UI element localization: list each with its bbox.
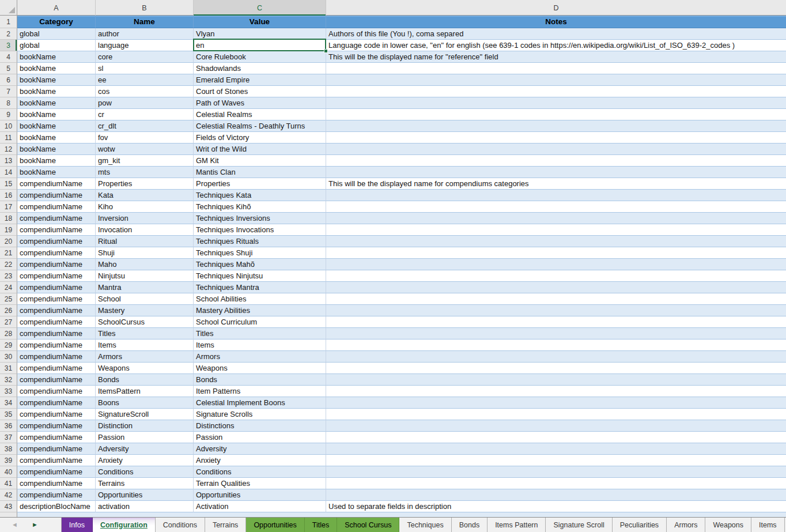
cell-value[interactable]: Adversity (194, 443, 326, 455)
cell-notes[interactable]: This will be the displayed name for comp… (326, 178, 786, 190)
cell-value[interactable]: Armors (194, 351, 326, 363)
row-number[interactable]: 20 (0, 236, 17, 247)
row-number[interactable]: 10 (0, 120, 17, 132)
row-number[interactable]: 42 (0, 489, 17, 501)
cell-name[interactable]: cr_dlt (96, 120, 194, 132)
cell-value[interactable]: Techniques Kata (194, 190, 326, 201)
cell-value[interactable]: Celestial Realms - Deathly Turns (194, 120, 326, 132)
row-number[interactable]: 37 (0, 432, 17, 443)
cell-name[interactable]: core (96, 51, 194, 63)
cell-value[interactable]: School Abilities (194, 293, 326, 305)
cell-notes[interactable] (326, 259, 786, 270)
sheet-tab-items-pattern[interactable]: Items Pattern (488, 518, 546, 532)
cell-name[interactable]: Adversity (96, 443, 194, 455)
cell-name[interactable]: wotw (96, 144, 194, 155)
cell-value[interactable]: Techniques Rituals (194, 236, 326, 247)
cell-name[interactable]: activation (96, 501, 194, 512)
column-header-d[interactable]: D (326, 0, 786, 16)
cell-name[interactable]: Anxiety (96, 455, 194, 466)
cell-name[interactable]: Ritual (96, 236, 194, 247)
sheet-tab-conditions[interactable]: Conditions (156, 518, 205, 532)
cell-name[interactable]: ee (96, 74, 194, 86)
cell-category[interactable]: compendiumName (17, 247, 96, 259)
cell-value[interactable]: Shadowlands (194, 63, 326, 74)
cell-notes[interactable] (326, 63, 786, 74)
cell-name[interactable]: SchoolCursus (96, 316, 194, 328)
row-number[interactable]: 19 (0, 224, 17, 236)
select-all-corner[interactable] (0, 0, 17, 16)
cell-category[interactable]: compendiumName (17, 432, 96, 443)
row-number[interactable]: 41 (0, 478, 17, 489)
cell-category[interactable]: compendiumName (17, 224, 96, 236)
row-number[interactable]: 32 (0, 374, 17, 386)
cell-notes[interactable] (326, 190, 786, 201)
row-number[interactable]: 29 (0, 339, 17, 351)
cell-category[interactable]: compendiumName (17, 397, 96, 409)
cell-name[interactable]: Armors (96, 351, 194, 363)
cell-notes[interactable] (326, 363, 786, 374)
cell-notes[interactable] (326, 455, 786, 466)
cell-notes[interactable] (326, 132, 786, 144)
cell-name[interactable]: pow (96, 97, 194, 109)
cell-category[interactable]: compendiumName (17, 305, 96, 316)
row-number[interactable]: 15 (0, 178, 17, 190)
cell-notes[interactable] (326, 155, 786, 167)
cell-notes[interactable] (326, 420, 786, 432)
cell-category[interactable]: compendiumName (17, 293, 96, 305)
cell-name[interactable]: Boons (96, 397, 194, 409)
cell-name[interactable]: Weapons (96, 363, 194, 374)
cell-notes[interactable] (326, 489, 786, 501)
cell-name[interactable]: School (96, 293, 194, 305)
cell-category[interactable]: bookName (17, 86, 96, 97)
cell-notes[interactable] (326, 120, 786, 132)
row-number[interactable]: 1 (0, 16, 17, 28)
cell-category[interactable]: compendiumName (17, 409, 96, 420)
cell-notes[interactable]: Language code in lower case, "en" for en… (326, 40, 786, 51)
cell-notes[interactable] (326, 466, 786, 478)
cell-notes[interactable] (326, 236, 786, 247)
sheet-tab-peculiarities[interactable]: Peculiarities (613, 518, 667, 532)
cell-category[interactable]: compendiumName (17, 374, 96, 386)
cell-category[interactable]: compendiumName (17, 282, 96, 293)
cell-category[interactable]: compendiumName (17, 213, 96, 224)
cell-category[interactable]: compendiumName (17, 466, 96, 478)
cell-value[interactable]: Techniques Kihõ (194, 201, 326, 213)
cell-value[interactable]: Techniques Shuji (194, 247, 326, 259)
fill-handle[interactable] (324, 49, 328, 53)
cell-value[interactable]: Titles (194, 328, 326, 339)
cell-value[interactable]: Fields of Victory (194, 132, 326, 144)
cell-name[interactable]: Terrains (96, 478, 194, 489)
tab-scroll-right-icon[interactable]: ► (32, 522, 38, 528)
sheet-tab-weapons[interactable]: Weapons (705, 518, 751, 532)
row-number[interactable]: 14 (0, 167, 17, 178)
cell-name[interactable]: SignatureScroll (96, 409, 194, 420)
cell-value[interactable]: Court of Stones (194, 86, 326, 97)
cell-notes[interactable] (326, 97, 786, 109)
row-number[interactable]: 28 (0, 328, 17, 339)
cell-category[interactable]: bookName (17, 109, 96, 120)
cell-value[interactable]: Properties (194, 178, 326, 190)
cell-value[interactable]: Techniques Invocations (194, 224, 326, 236)
row-number[interactable]: 4 (0, 51, 17, 63)
cell-name[interactable]: mts (96, 167, 194, 178)
cell-value[interactable]: Core Rulebook (194, 51, 326, 63)
row-number[interactable]: 36 (0, 420, 17, 432)
cell-category[interactable]: compendiumName (17, 443, 96, 455)
cell-category[interactable]: descriptionBlocName (17, 501, 96, 512)
cell-category[interactable]: bookName (17, 120, 96, 132)
cell-value[interactable]: Celestial Realms (194, 109, 326, 120)
selected-cell[interactable]: en (194, 40, 326, 51)
cell-notes[interactable] (326, 282, 786, 293)
row-number[interactable]: 31 (0, 363, 17, 374)
header-cell-notes[interactable]: Notes (326, 16, 786, 28)
sheet-tab-titles[interactable]: Titles (305, 518, 337, 532)
cell-notes[interactable] (326, 339, 786, 351)
row-number[interactable]: 30 (0, 351, 17, 363)
row-number[interactable]: 35 (0, 409, 17, 420)
row-number[interactable]: 13 (0, 155, 17, 167)
cell-value[interactable]: Techniques Inversions (194, 213, 326, 224)
row-number[interactable]: 11 (0, 132, 17, 144)
cell-name[interactable]: cr (96, 109, 194, 120)
row-number[interactable]: 26 (0, 305, 17, 316)
header-cell-name[interactable]: Name (96, 16, 194, 28)
